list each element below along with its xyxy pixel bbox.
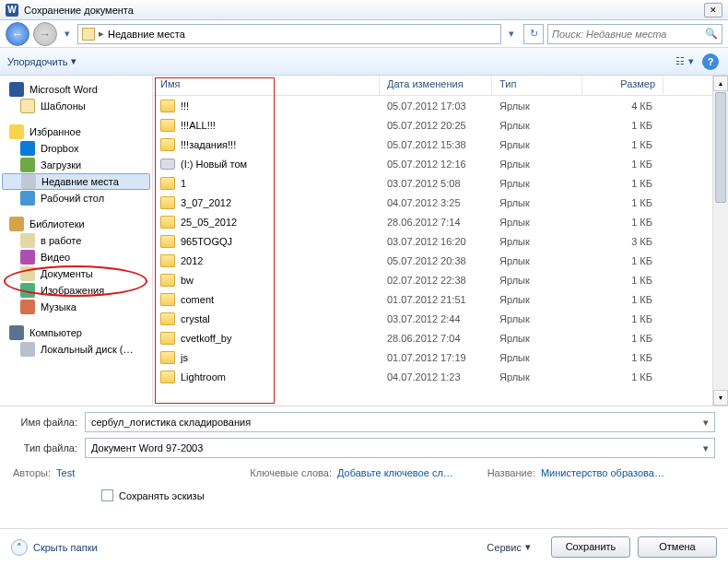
file-name: !!!задания!!!: [181, 139, 236, 150]
file-size: 1 КБ: [582, 197, 663, 208]
sidebar-item-desktop[interactable]: Рабочий стол: [0, 190, 152, 206]
file-type: Ярлык: [492, 178, 582, 189]
file-date: 05.07.2012 12:16: [380, 159, 492, 170]
file-date: 04.07.2012 3:25: [380, 197, 492, 208]
refresh-button[interactable]: ↻: [523, 24, 544, 44]
file-type: Ярлык: [492, 139, 582, 150]
filename-input[interactable]: сербул_логистика складирования ▾: [85, 412, 715, 432]
folder-icon: [160, 119, 175, 132]
hide-folders-button[interactable]: ˄ Скрыть папки: [11, 539, 98, 556]
sidebar-item-music[interactable]: Музыка: [0, 299, 152, 315]
chevron-down-icon[interactable]: ▾: [703, 442, 709, 454]
close-button[interactable]: ✕: [704, 3, 722, 18]
chevron-down-icon[interactable]: ▾: [703, 417, 709, 429]
sidebar-item-downloads[interactable]: Загрузки: [0, 157, 152, 173]
file-row[interactable]: !!!ALL!!!05.07.2012 20:25Ярлык1 КБ: [153, 115, 728, 135]
col-name[interactable]: Имя: [153, 76, 380, 95]
file-row[interactable]: Lightroom04.07.2012 1:23Ярлык1 КБ: [153, 367, 728, 386]
sidebar-item-images[interactable]: Изображения: [0, 282, 152, 299]
breadcrumb-dropdown[interactable]: ▾: [505, 24, 518, 44]
file-type: Ярлык: [492, 333, 582, 344]
file-date: 04.07.2012 1:23: [380, 371, 492, 383]
file-row[interactable]: (I:) Новый том05.07.2012 12:16Ярлык1 КБ: [153, 154, 728, 173]
chevron-up-icon: ˄: [11, 539, 28, 556]
file-row[interactable]: !!!задания!!!05.07.2012 15:38Ярлык1 КБ: [153, 135, 728, 154]
sidebar-item-video[interactable]: Видео: [0, 249, 152, 265]
filetype-select[interactable]: Документ Word 97-2003 ▾: [85, 438, 715, 458]
organize-label: Упорядочить: [7, 56, 67, 67]
scroll-thumb[interactable]: [715, 92, 726, 203]
file-row[interactable]: cvetkoff_by28.06.2012 7:04Ярлык1 КБ: [153, 328, 728, 347]
file-name: coment: [181, 294, 214, 305]
search-icon: 🔍: [705, 28, 718, 40]
scroll-down-button[interactable]: ▾: [713, 390, 728, 406]
documents-icon: [20, 266, 35, 281]
scroll-up-button[interactable]: ▴: [713, 76, 728, 91]
save-thumbnails-checkbox[interactable]: Сохранять эскизы: [13, 482, 715, 505]
titlebar: W Сохранение документа ✕: [0, 0, 728, 20]
sidebar-item-favorites[interactable]: Избранное: [0, 124, 152, 140]
file-name: crystal: [181, 313, 210, 324]
file-row[interactable]: 103.07.2012 5:08Ярлык1 КБ: [153, 173, 728, 193]
file-row[interactable]: crystal03.07.2012 2:44Ярлык1 КБ: [153, 309, 728, 328]
file-row[interactable]: 965TOGQJ03.07.2012 16:20Ярлык3 КБ: [153, 231, 728, 251]
sidebar-item-localdisk[interactable]: Локальный диск (…: [0, 341, 152, 358]
service-menu[interactable]: Сервис ▾: [487, 541, 531, 553]
search-input[interactable]: [552, 29, 705, 40]
folder-icon: [160, 216, 175, 229]
organize-menu[interactable]: Упорядочить ▾: [7, 55, 76, 67]
meta-authors[interactable]: Авторы: Test: [13, 467, 241, 478]
file-date: 01.07.2012 17:19: [380, 352, 492, 363]
file-type: Ярлык: [492, 294, 582, 305]
meta-title[interactable]: Название: Министерство образова…: [487, 467, 715, 478]
sidebar-item-libraries[interactable]: Библиотеки: [0, 216, 152, 232]
file-row[interactable]: 25_05_201228.06.2012 7:14Ярлык1 КБ: [153, 212, 728, 231]
vertical-scrollbar[interactable]: ▴ ▾: [712, 76, 728, 406]
col-type[interactable]: Тип: [492, 76, 582, 95]
file-row[interactable]: js01.07.2012 17:19Ярлык1 КБ: [153, 347, 728, 367]
back-button[interactable]: ←: [6, 22, 29, 46]
forward-button[interactable]: →: [33, 22, 57, 46]
sidebar-item-recent[interactable]: Недавние места: [2, 173, 150, 190]
search-box[interactable]: 🔍: [547, 24, 722, 44]
file-row[interactable]: coment01.07.2012 21:51Ярлык1 КБ: [153, 289, 728, 309]
recent-places-icon: [82, 28, 95, 41]
breadcrumb[interactable]: ▸ Недавние места: [77, 24, 501, 44]
col-date[interactable]: Дата изменения: [380, 76, 492, 95]
computer-icon: [9, 325, 24, 340]
folder-icon: [160, 235, 175, 248]
folder-icon: [160, 293, 175, 306]
file-size: 1 КБ: [582, 178, 663, 189]
sidebar-item-computer[interactable]: Компьютер: [0, 324, 152, 341]
footer: ˄ Скрыть папки Сервис ▾ Сохранить Отмена: [0, 528, 728, 565]
sidebar-item-inwork[interactable]: в работе: [0, 232, 152, 249]
file-date: 03.07.2012 5:08: [380, 178, 492, 189]
sidebar-item-documents[interactable]: Документы: [0, 265, 152, 282]
sidebar-item-dropbox[interactable]: Dropbox: [0, 140, 152, 157]
col-size[interactable]: Размер: [582, 76, 663, 95]
sidebar-item-word[interactable]: Microsoft Word: [0, 81, 152, 98]
save-button[interactable]: Сохранить: [551, 536, 630, 558]
file-size: 1 КБ: [582, 333, 663, 344]
download-icon: [20, 158, 35, 172]
file-date: 28.06.2012 7:04: [380, 333, 492, 344]
file-name: 965TOGQJ: [181, 236, 232, 247]
meta-keywords[interactable]: Ключевые слова: Добавьте ключевое сл…: [250, 467, 477, 478]
file-name: cvetkoff_by: [181, 333, 231, 344]
sidebar-item-templates[interactable]: Шаблоны: [0, 98, 152, 114]
help-button[interactable]: ?: [700, 52, 721, 72]
file-row[interactable]: 201205.07.2012 20:38Ярлык1 КБ: [153, 251, 728, 270]
history-dropdown[interactable]: ▾: [61, 24, 74, 44]
file-size: 1 КБ: [582, 275, 663, 286]
file-row[interactable]: 3_07_201204.07.2012 3:25Ярлык1 КБ: [153, 193, 728, 212]
folder-icon: [160, 100, 175, 112]
file-date: 28.06.2012 7:14: [380, 217, 492, 228]
file-date: 01.07.2012 21:51: [380, 294, 492, 305]
file-name: Lightroom: [181, 371, 226, 383]
file-type: Ярлык: [492, 275, 582, 286]
file-row[interactable]: !!!05.07.2012 17:03Ярлык4 КБ: [153, 96, 728, 115]
cancel-button[interactable]: Отмена: [638, 536, 717, 558]
file-row[interactable]: bw02.07.2012 22:38Ярлык1 КБ: [153, 270, 728, 289]
folder-icon: [160, 274, 175, 287]
view-mode-button[interactable]: ☷ ▾: [675, 52, 695, 72]
